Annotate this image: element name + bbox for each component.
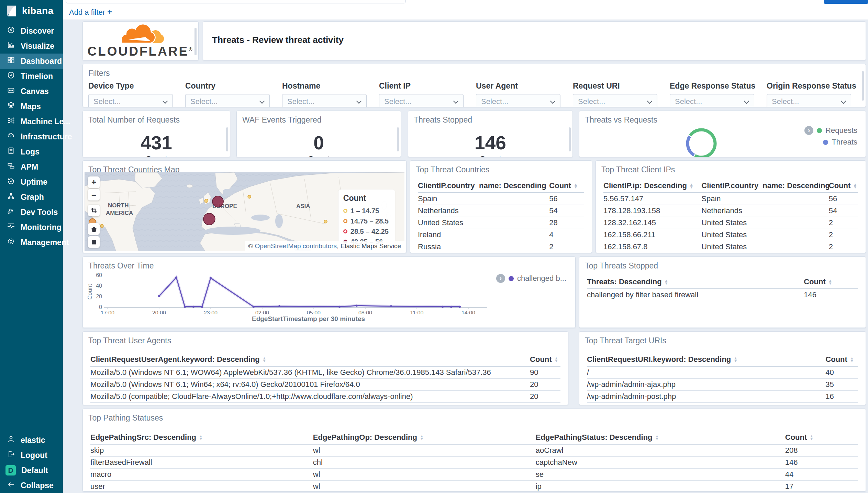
draw-bounds-button[interactable] [88,236,100,248]
filter-select-hostname[interactable]: Select... [282,94,367,107]
data-point[interactable] [356,305,358,307]
map-bubble-spain[interactable] [203,213,215,225]
legend-item[interactable]: ›Requests [804,126,857,135]
osm-link[interactable]: OpenStreetMap contributors, [255,242,338,250]
data-point[interactable] [390,305,392,307]
legend-item[interactable]: ›challenged b... [496,274,566,283]
filter-label: Hostname [282,81,367,91]
threats-vs-requests-donut[interactable] [682,125,720,157]
legend-toggle-icon[interactable]: › [804,126,813,135]
data-point[interactable] [278,305,280,307]
table-row: /wp-admin/admin-ajax.php?action=update-z… [587,403,858,405]
top-threat-client-ips-panel: Top Threat Client IPs ClientIP.ip: Desce… [596,160,866,253]
threats-over-time-chart[interactable]: 17:0020:0023:0002:0005:0008:0011:0014:00… [88,271,521,314]
column-header[interactable]: Count▲▼ [804,277,858,286]
sidebar-item-monitoring[interactable]: Monitoring [0,220,63,235]
sidebar-item-machine-le[interactable]: Machine Le... [0,114,63,129]
sidebar-item-canvas[interactable]: Canvas [0,84,63,99]
data-point[interactable] [450,306,452,308]
column-header[interactable]: Threats: Descending▲▼ [587,277,804,286]
sidebar-item-elastic[interactable]: elastic [0,433,63,448]
sidebar-item-graph[interactable]: Graph [0,190,63,205]
update-button-fragment[interactable] [824,0,868,4]
map-bubble-china[interactable] [324,220,327,223]
map-bubble-united-states-b[interactable] [100,224,103,227]
sidebar-item-timelion[interactable]: Timelion [0,69,63,84]
sidebar-item-default[interactable]: DDefault [0,463,63,478]
donut-slice-threats[interactable] [688,136,694,155]
data-point[interactable] [253,306,255,308]
column-header[interactable]: EdgePathingStatus: Descending▲▼ [536,433,785,442]
panel-scrollbar[interactable] [862,71,864,101]
sidebar-item-uptime[interactable]: Uptime [0,174,63,190]
column-header[interactable]: Count▲▼ [829,181,858,190]
sidebar-item-dev-tools[interactable]: Dev Tools [0,205,63,220]
filter-select-origin-response-status[interactable]: Select... [767,94,851,107]
data-point[interactable] [210,277,212,279]
column-header[interactable]: Count▲▼ [530,355,560,364]
data-point[interactable] [442,306,444,308]
filter-select-user-agent[interactable]: Select... [476,94,560,107]
sidebar-item-label: elastic [21,436,45,445]
column-header[interactable]: EdgePathingSrc: Descending▲▼ [90,433,313,442]
column-header[interactable]: ClientRequestURI.keyword: Descending▲▼ [587,355,825,364]
draw-polygon-button[interactable] [88,223,100,235]
column-header[interactable]: ClientRequestUserAgent.keyword: Descendi… [90,355,530,364]
data-point[interactable] [158,295,160,297]
sidebar-item-visualize[interactable]: Visualize [0,38,63,54]
table-cell: captchaNew [536,458,785,467]
column-header[interactable]: Count▲▼ [825,355,858,364]
fit-extent-button[interactable] [88,205,100,216]
kibana-home-link[interactable]: kibana [0,0,63,22]
panel-scrollbar[interactable] [569,127,571,151]
column-header[interactable]: ClientIP.country_name: Descending▲▼ [418,181,549,190]
filter-select-request-uri[interactable]: Select... [573,94,657,107]
zoom-out-button[interactable]: – [88,189,100,200]
column-header[interactable]: Count▲▼ [549,181,584,190]
sidebar-item-collapse[interactable]: Collapse [0,478,63,493]
page-title: Threats - Review threat activity [203,22,866,45]
sidebar-item-dashboard[interactable]: Dashboard [0,54,63,69]
map-legend-item: 28.5 – 42.25 [343,226,389,237]
map-bubble-netherlands[interactable] [212,196,223,207]
column-header[interactable]: ClientIP.country_name: Descending▲▼ [701,181,829,190]
data-point[interactable] [184,306,186,308]
data-point[interactable] [459,306,461,308]
map-bubble-ireland[interactable] [205,199,208,203]
column-header[interactable]: ClientIP.ip: Descending▲▼ [603,181,701,190]
filter-select-edge-response-status[interactable]: Select... [670,94,754,107]
panel-scrollbar[interactable] [397,127,399,151]
query-input-fragment[interactable] [66,0,406,3]
filter-select-country[interactable]: Select... [185,94,270,107]
map-bubble-russia[interactable] [248,195,251,198]
sidebar-item-discover[interactable]: Discover [0,23,63,38]
logout-icon [7,450,15,460]
panel-scrollbar[interactable] [194,28,197,55]
table-row: Ireland4 [418,229,584,241]
legend-toggle-icon[interactable]: › [496,274,505,283]
data-point[interactable] [201,306,203,308]
legend-item[interactable]: Threats [823,138,857,147]
sidebar-item-infrastructure[interactable]: Infrastructure [0,129,63,144]
data-point[interactable] [175,276,177,278]
sidebar-item-maps[interactable]: Maps [0,99,63,114]
data-point[interactable] [338,306,341,308]
column-header[interactable]: EdgePathingOp: Descending▲▼ [313,433,536,442]
add-filter-link[interactable]: Add a filter + [69,7,112,17]
column-header[interactable]: Count▲▼ [785,433,858,442]
filter-select-device-type[interactable]: Select... [88,94,173,107]
sidebar-item-logs[interactable]: Logs [0,144,63,159]
sidebar-item-apm[interactable]: APM [0,159,63,174]
world-map[interactable]: NORTHAMERICAEUROPEASIA + – Count 1 – 14.… [85,172,404,251]
filter-field-edge-response-status: Edge Response Status Select... [670,81,754,107]
zoom-in-button[interactable]: + [88,176,100,188]
chevron-down-icon [453,99,459,104]
sidebar-item-logout[interactable]: Logout [0,448,63,463]
filter-select-client-ip[interactable]: Select... [379,94,464,107]
data-point[interactable] [192,306,194,308]
donut-slice-requests[interactable] [690,130,715,157]
panel-scrollbar[interactable] [226,127,228,151]
maps-icon [7,101,15,112]
table-cell: skip [90,446,313,455]
sidebar-item-management[interactable]: Management [0,235,63,250]
